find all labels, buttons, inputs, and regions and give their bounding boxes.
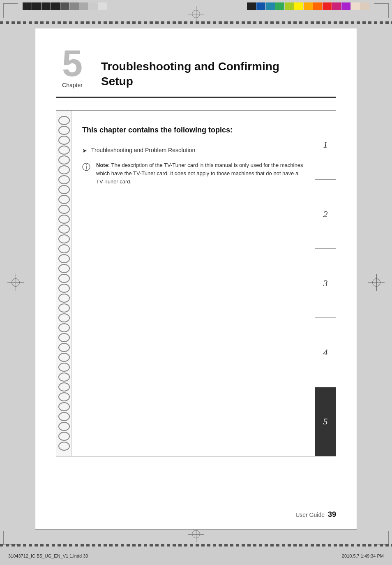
- corner-mark-bl: [3, 531, 18, 545]
- note-icon: ⓘ: [82, 162, 92, 173]
- note-text: Note: The description of the TV-Tuner ca…: [96, 161, 305, 186]
- spiral-binding: [56, 111, 72, 456]
- spiral-coil: [58, 195, 70, 204]
- spiral-coil: [58, 215, 70, 224]
- spiral-coil: [58, 264, 70, 273]
- spiral-coil: [58, 392, 70, 401]
- spiral-coil: [58, 432, 70, 441]
- color-swatches-top: [247, 2, 369, 10]
- spiral-coil: [58, 234, 70, 243]
- chapter-divider: [56, 97, 336, 98]
- chapter-number: 5: [62, 45, 83, 82]
- tab-1: 1: [315, 111, 336, 180]
- crosshair-top: [188, 6, 204, 22]
- chapter-title-line2: Setup: [101, 75, 133, 88]
- spiral-coil: [58, 116, 70, 125]
- tab-num-5: 5: [323, 416, 328, 427]
- bottom-filename: 31043712_IC B5_UG_EN_V1.1.indd 39: [8, 553, 88, 558]
- topic-item-1: ➤ Troubleshooting and Problem Resolution: [82, 147, 305, 154]
- chapter-title: Troubleshooting and Confirming Setup: [101, 59, 336, 89]
- chapter-title-block: Troubleshooting and Confirming Setup: [101, 45, 336, 89]
- spiral-coil: [58, 353, 70, 362]
- spiral-coil: [58, 412, 70, 421]
- topic-text-1: Troubleshooting and Problem Resolution: [91, 147, 195, 153]
- spiral-coil: [58, 205, 70, 214]
- corner-mark-tr: [374, 3, 389, 18]
- spiral-coil: [58, 373, 70, 382]
- corner-mark-tl: [3, 3, 18, 18]
- spiral-coil: [58, 146, 70, 155]
- spiral-coil: [58, 303, 70, 313]
- tab-3: 3: [315, 249, 336, 318]
- bottom-timestamp: 2010.5.7 1:49:34 PM: [342, 553, 384, 558]
- dash-line-top: [0, 21, 392, 24]
- content-area: This chapter contains the following topi…: [56, 110, 336, 456]
- reg-squares-left: [23, 2, 107, 10]
- tab-num-3: 3: [323, 278, 328, 289]
- note-body: The description of the TV-Tuner card in …: [96, 162, 303, 185]
- topic-arrow-icon: ➤: [82, 147, 87, 154]
- crosshair-right: [368, 274, 385, 291]
- spiral-coil: [58, 313, 70, 322]
- footer-page-number: 39: [328, 510, 336, 519]
- topics-header: This chapter contains the following topi…: [82, 125, 305, 135]
- spiral-coil: [58, 244, 70, 253]
- spiral-coil: [58, 185, 70, 194]
- spiral-coil: [58, 333, 70, 342]
- tab-2: 2: [315, 180, 336, 249]
- chapter-header: 5 Chapter Troubleshooting and Confirming…: [35, 28, 357, 89]
- tab-4: 4: [315, 318, 336, 387]
- note-box: ⓘ Note: The description of the TV-Tuner …: [82, 161, 305, 186]
- spiral-coil: [58, 402, 70, 411]
- spiral-coil: [58, 323, 70, 332]
- tabs-right: 1 2 3 4 5: [315, 111, 336, 456]
- document-page: 5 Chapter Troubleshooting and Confirming…: [35, 28, 357, 530]
- spiral-coil: [58, 284, 70, 293]
- chapter-label: Chapter: [62, 82, 83, 88]
- page-footer: User Guide 39: [295, 510, 336, 519]
- chapter-title-line1: Troubleshooting and Confirming: [101, 60, 279, 73]
- spiral-coil: [58, 442, 70, 451]
- note-label: Note:: [96, 162, 110, 168]
- spiral-coil: [58, 254, 70, 263]
- spiral-coil: [58, 165, 70, 174]
- spiral-coil: [58, 343, 70, 352]
- spiral-coil: [58, 155, 70, 164]
- tab-num-4: 4: [323, 347, 328, 358]
- main-text-content: This chapter contains the following topi…: [72, 111, 315, 456]
- crosshair-left: [7, 274, 24, 291]
- tab-num-2: 2: [323, 209, 328, 220]
- spiral-coil: [58, 225, 70, 234]
- chapter-number-block: 5 Chapter: [56, 45, 89, 88]
- bottom-strip: 31043712_IC B5_UG_EN_V1.1.indd 39 2010.5…: [0, 546, 392, 565]
- spiral-coil: [58, 363, 70, 372]
- spiral-coil: [58, 382, 70, 391]
- spiral-coil: [58, 136, 70, 145]
- spiral-coil: [58, 175, 70, 184]
- spiral-coil: [58, 126, 70, 135]
- corner-mark-br: [374, 531, 389, 545]
- footer-label: User Guide: [295, 512, 325, 518]
- tab-5-active: 5: [315, 387, 336, 456]
- spiral-coil: [58, 274, 70, 283]
- spiral-coil: [58, 294, 70, 303]
- tab-num-1: 1: [323, 139, 328, 150]
- spiral-coil: [58, 422, 70, 431]
